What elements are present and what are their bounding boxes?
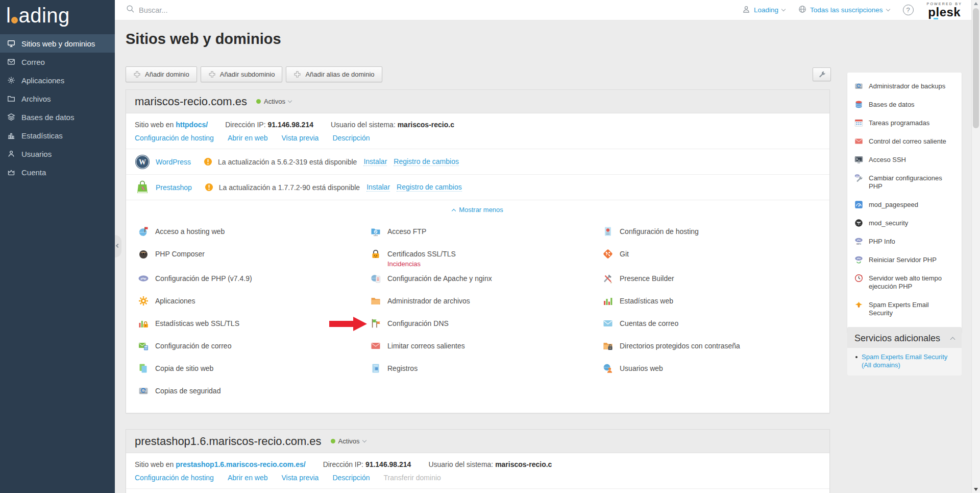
domain-card-header: mariscos-recio.com.es Activos	[126, 90, 829, 113]
right-tool-item[interactable]: Control del correo saliente	[854, 137, 954, 146]
tool-item[interactable]: Copia de sitio web	[138, 358, 371, 380]
app-logo[interactable]: lading	[0, 0, 115, 32]
domain-action-link[interactable]: Configuración de hosting	[135, 474, 214, 482]
sidebar-item[interactable]: Usuarios	[0, 145, 115, 163]
vertical-scrollbar[interactable]	[971, 0, 980, 493]
sidebar-item[interactable]: Correo	[0, 53, 115, 71]
right-tool-item[interactable]: Administrador de backups	[854, 82, 954, 90]
app-link[interactable]: Prestashop	[156, 183, 192, 192]
tool-item[interactable]: Registros	[371, 358, 603, 380]
changelog-link[interactable]: Registro de cambios	[397, 183, 462, 192]
issues-link[interactable]: Incidencias	[387, 260, 456, 268]
add-domain-button[interactable]: Añadir subdominio	[201, 66, 283, 82]
app-link[interactable]: WordPress	[156, 158, 191, 166]
add-domain-button[interactable]: Añadir dominio	[126, 66, 197, 82]
domain-action-link[interactable]: Descripción	[332, 474, 370, 482]
sidebar-item[interactable]: Bases de datos	[0, 108, 115, 126]
right-tool-label: mod_security	[869, 219, 908, 227]
right-tool-item[interactable]: Spam Experts Email Security	[854, 300, 954, 317]
tool-item[interactable]: php Configuración de PHP (v7.4.9)	[138, 268, 371, 290]
domain-card-1: mariscos-recio.com.es Activos Sitio web …	[126, 89, 830, 413]
tool-item-label: Limitar correos salientes	[387, 342, 465, 350]
tool-item-label: Configuración de correo	[155, 342, 231, 350]
status-label: Activos	[338, 437, 360, 445]
tool-item[interactable]: Git	[603, 243, 829, 268]
tool-item[interactable]: Estadísticas web	[603, 290, 829, 313]
changelog-link[interactable]: Registro de cambios	[394, 157, 459, 166]
domain-action-link[interactable]: Abrir en web	[228, 134, 268, 142]
tool-item[interactable]: Cuentas de correo	[603, 313, 829, 335]
scrollbar-thumb[interactable]	[973, 8, 979, 128]
chevron-down-icon	[362, 438, 366, 442]
tool-item[interactable]	[603, 380, 829, 403]
right-tool-item[interactable]: mod_pagespeed	[854, 200, 954, 209]
domain-action-link[interactable]: Vista previa	[281, 474, 318, 482]
sidebar-item[interactable]: Cuenta	[0, 163, 115, 181]
right-tool-item[interactable]: php Cambiar configuraciones PHP	[854, 174, 954, 191]
right-tool-item[interactable]: mod_security	[854, 219, 954, 227]
right-tool-item[interactable]: Bases de datos	[854, 100, 954, 109]
tool-item[interactable]: Acceso FTP	[371, 221, 603, 243]
sidebar-collapse-handle[interactable]	[115, 235, 121, 257]
app-row-partial: Prestashop 1.6	[126, 488, 829, 493]
tool-item[interactable]: Acceso a hosting web	[138, 221, 371, 243]
add-domain-button[interactable]: Añadir alias de dominio	[286, 66, 382, 82]
right-tool-label: Servidor web alto tiempo ejecución PHP	[869, 274, 954, 291]
webroot-link[interactable]: httpdocs/	[176, 121, 208, 129]
domain-card-2: prestashop1.6.mariscos-recio.com.es Acti…	[126, 429, 830, 493]
sidebar-item[interactable]: Sitios web y dominios	[0, 34, 115, 53]
domain-action-link[interactable]: Descripción	[332, 134, 370, 142]
plesk-underline	[934, 18, 938, 19]
sidebar-item[interactable]: Estadísticas	[0, 126, 115, 145]
tool-item[interactable]: Configuración de correo	[138, 335, 371, 358]
service-link[interactable]: Spam Experts Email Security (All domains…	[862, 353, 947, 369]
right-tool-item[interactable]: Acceso SSH	[854, 155, 954, 164]
tool-item[interactable]: Administrador de archivos	[371, 290, 603, 313]
tool-item[interactable]: Presence Builder	[603, 268, 829, 290]
install-link[interactable]: Instalar	[366, 183, 390, 192]
subscriptions-menu[interactable]: Todas las suscripciones	[798, 5, 890, 15]
tool-item[interactable]: Configuración de Apache y nginx	[371, 268, 603, 290]
mail-limit-icon	[854, 137, 863, 146]
right-tool-item[interactable]: phpINFO PHP Info	[854, 237, 954, 246]
scroll-up-arrow[interactable]	[974, 2, 978, 5]
chevron-down-icon	[288, 98, 292, 102]
right-tool-item[interactable]: Tareas programadas	[854, 119, 954, 127]
system-user-info: Usuario del sistema: mariscos-recio.c	[331, 121, 454, 129]
sidebar-item[interactable]: Archivos	[0, 89, 115, 108]
tool-item[interactable]: Certificados SSL/TLS Incidencias	[371, 243, 603, 268]
gear-orange-icon	[138, 296, 149, 306]
tool-item[interactable]: Configuración de hosting	[603, 221, 829, 243]
right-tool-label: Spam Experts Email Security	[869, 300, 954, 317]
backup-icon	[138, 386, 149, 396]
domain-name: prestashop1.6.mariscos-recio.com.es	[135, 435, 322, 448]
tool-item[interactable]: Directorios protegidos con contraseña	[603, 335, 829, 358]
domain-action-link[interactable]: Vista previa	[281, 134, 318, 142]
right-tool-item[interactable]: Servidor web alto tiempo ejecución PHP	[854, 274, 954, 291]
customize-tools-button[interactable]	[813, 67, 831, 81]
sidebar-item[interactable]: Aplicaciones	[0, 71, 115, 89]
domain-action-link[interactable]: Abrir en web	[228, 474, 268, 482]
tool-item-label: Configuración de Apache y nginx	[387, 274, 492, 283]
sidebar-item-label: Aplicaciones	[21, 76, 64, 85]
domain-action-link[interactable]: Configuración de hosting	[135, 134, 214, 142]
domain-status-dropdown[interactable]: Activos	[331, 437, 366, 445]
tool-item[interactable]: Copias de seguridad	[138, 380, 371, 403]
search-input[interactable]	[139, 6, 353, 14]
tool-item[interactable]: PHP Composer	[138, 243, 371, 268]
help-button[interactable]: ?	[903, 5, 914, 15]
right-tool-item[interactable]: php Reiniciar Servidor PHP	[854, 255, 954, 264]
tool-item[interactable]: Usuarios web	[603, 358, 829, 380]
user-menu[interactable]: Loading	[742, 5, 785, 15]
scroll-down-arrow[interactable]	[974, 488, 978, 491]
tool-item[interactable]: Limitar correos salientes	[371, 335, 603, 358]
tool-item[interactable]: Aplicaciones	[138, 290, 371, 313]
show-less-link[interactable]: Mostrar menos	[126, 200, 829, 219]
webroot-link[interactable]: prestashop1.6.mariscos-recio.com.es/	[176, 460, 305, 468]
install-link[interactable]: Instalar	[363, 157, 387, 166]
domain-status-dropdown[interactable]: Activos	[256, 98, 291, 105]
tool-item[interactable]: Configuración DNS	[371, 313, 603, 335]
tool-item[interactable]	[371, 380, 603, 403]
webroot-info: Sitio web en httpdocs/	[135, 121, 208, 129]
collapse-panel-icon[interactable]	[950, 337, 955, 342]
